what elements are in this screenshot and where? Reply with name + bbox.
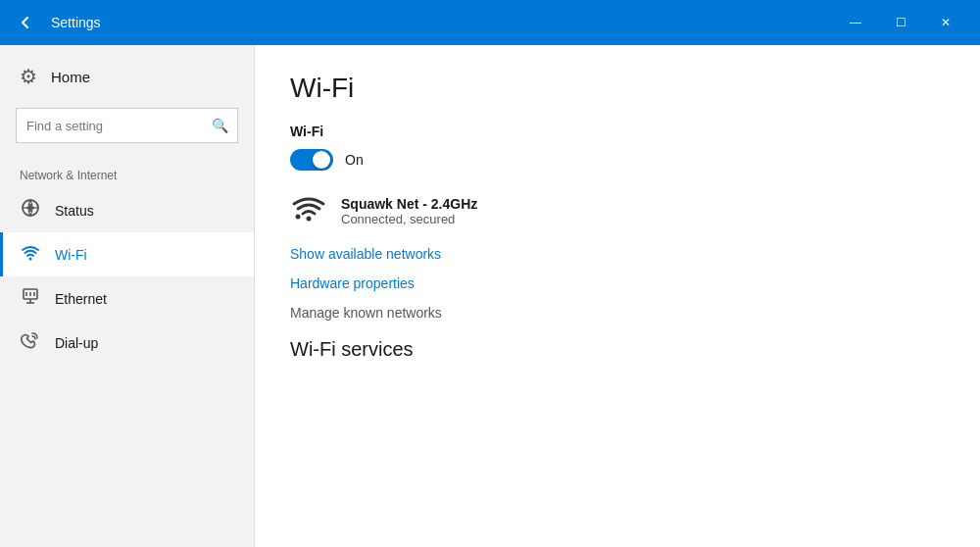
dialup-icon bbox=[20, 330, 41, 355]
sidebar-item-dialup-label: Dial-up bbox=[55, 335, 98, 351]
sidebar-home[interactable]: ⚙ Home bbox=[0, 45, 254, 104]
show-available-networks-link[interactable]: Show available networks bbox=[290, 246, 945, 262]
network-status: Connected, secured bbox=[341, 212, 477, 226]
sidebar-item-wifi-label: Wi-Fi bbox=[55, 247, 87, 263]
main-layout: ⚙ Home 🔍 Network & Internet bbox=[0, 45, 980, 547]
title-bar: Settings — ☐ ✕ bbox=[0, 0, 980, 45]
network-info: Squawk Net - 2.4GHz Connected, secured bbox=[341, 196, 477, 226]
content-area: Wi-Fi Wi-Fi On Squawk Net bbox=[255, 45, 980, 547]
svg-point-9 bbox=[307, 217, 312, 222]
wifi-toggle[interactable] bbox=[290, 149, 333, 171]
minimize-button[interactable]: — bbox=[833, 0, 878, 45]
sidebar-item-ethernet-label: Ethernet bbox=[55, 291, 107, 307]
svg-point-2 bbox=[29, 258, 32, 261]
sidebar-item-ethernet[interactable]: Ethernet bbox=[0, 276, 254, 321]
search-input[interactable] bbox=[16, 108, 238, 143]
network-name: Squawk Net - 2.4GHz bbox=[341, 196, 477, 212]
search-icon: 🔍 bbox=[212, 118, 228, 133]
home-icon: ⚙ bbox=[20, 65, 37, 88]
back-button[interactable] bbox=[12, 9, 39, 36]
network-row: Squawk Net - 2.4GHz Connected, secured bbox=[290, 190, 945, 232]
page-title: Wi-Fi bbox=[290, 73, 945, 104]
window-controls: — ☐ ✕ bbox=[833, 0, 968, 45]
wifi-section-label: Wi-Fi bbox=[290, 124, 945, 139]
sidebar-item-dialup[interactable]: Dial-up bbox=[0, 321, 254, 365]
title-bar-left: Settings bbox=[12, 9, 101, 36]
toggle-label: On bbox=[345, 152, 364, 168]
wifi-toggle-row: On bbox=[290, 149, 945, 171]
wifi-network-icon bbox=[290, 190, 327, 232]
status-icon bbox=[20, 198, 41, 223]
home-label: Home bbox=[51, 69, 90, 85]
sidebar-item-wifi[interactable]: Wi-Fi bbox=[0, 232, 254, 276]
sidebar-item-status[interactable]: Status bbox=[0, 188, 254, 232]
toggle-knob bbox=[313, 151, 330, 169]
manage-known-networks-link[interactable]: Manage known networks bbox=[290, 305, 945, 321]
svg-point-10 bbox=[296, 215, 301, 220]
section-label: Network & Internet bbox=[0, 159, 254, 188]
ethernet-icon bbox=[20, 286, 41, 311]
window-title: Settings bbox=[51, 15, 101, 30]
close-button[interactable]: ✕ bbox=[923, 0, 968, 45]
wifi-sidebar-icon bbox=[20, 242, 41, 267]
hardware-properties-link[interactable]: Hardware properties bbox=[290, 275, 945, 291]
sidebar-item-status-label: Status bbox=[55, 203, 94, 219]
wifi-services-title: Wi-Fi services bbox=[290, 338, 945, 361]
sidebar: ⚙ Home 🔍 Network & Internet bbox=[0, 45, 255, 547]
maximize-button[interactable]: ☐ bbox=[878, 0, 923, 45]
sidebar-search-container: 🔍 bbox=[16, 108, 238, 143]
